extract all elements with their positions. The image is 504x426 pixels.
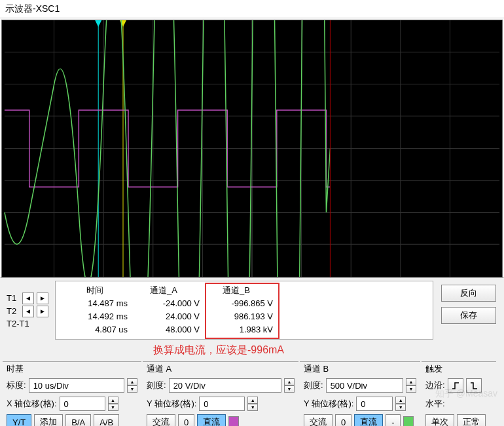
cha-scale-up[interactable]: ▲	[284, 378, 295, 385]
cha-scale[interactable]: 20 V/Div	[169, 378, 281, 393]
readout-table: 时间 通道_A 通道_B 14.487 ms -24.000 V -996.86…	[55, 281, 433, 340]
cursor-t2-row: T2 ◄ ►	[7, 306, 48, 317]
mode-yt-btn[interactable]: Y/T	[7, 414, 31, 426]
chb-ypos-label: Y 轴位移(格):	[304, 398, 353, 410]
user-annotation: 换算成电流，应该是-996mA	[153, 344, 501, 357]
scale-label: 标度:	[7, 380, 26, 391]
window-title: 示波器-XSC1	[5, 3, 60, 15]
cursor-panel: T1 ◄ ► T2 ◄ ► T2-T1 时间 通道_A 通道_B 14.487 …	[3, 281, 501, 340]
chb-color-indicator[interactable]	[403, 416, 414, 426]
t1-left-btn[interactable]: ◄	[22, 293, 34, 304]
trigger-title: 触发	[425, 363, 492, 375]
trigger-group: 触发 边沿: 水平: 单次 正常	[422, 361, 496, 426]
cha-ypos-label: Y 轴位移(格):	[147, 398, 196, 410]
chb-scale[interactable]: 500 V/Div	[326, 378, 403, 393]
head-time: 时间	[62, 284, 128, 297]
chb-title: 通道 B	[304, 363, 416, 375]
timebase-title: 时基	[7, 363, 137, 375]
xpos-input[interactable]	[60, 397, 105, 411]
normal-btn[interactable]: 正常	[457, 414, 486, 426]
chb-ypos-up[interactable]: ▲	[395, 397, 406, 404]
t2-label: T2	[7, 306, 20, 316]
chb-scale-label: 刻度:	[304, 380, 323, 391]
head-chb: 通道_B	[200, 284, 278, 297]
single-btn[interactable]: 单次	[425, 414, 454, 426]
xpos-down[interactable]: ▼	[108, 404, 118, 411]
timebase-scale-down[interactable]: ▼	[127, 385, 137, 393]
scope-display	[1, 20, 503, 277]
t2t1-label: T2-T1	[7, 319, 33, 328]
chb-minus-btn[interactable]: -	[386, 414, 400, 426]
cha-color-indicator[interactable]	[228, 416, 239, 426]
controls-row: 时基 标度: 10 us/Div ▲ ▼ X 轴位移(格): ▲ ▼ Y/T 添	[3, 361, 501, 426]
rising-edge-icon	[452, 382, 459, 389]
mode-ba-btn[interactable]: B/A	[65, 414, 91, 426]
cha-dc-btn[interactable]: 直流	[197, 414, 226, 426]
cha-ypos-input[interactable]	[199, 397, 245, 411]
cha-scale-down[interactable]: ▼	[284, 385, 295, 393]
cha-zero-btn[interactable]: 0	[178, 414, 194, 426]
cha-ypos-down[interactable]: ▼	[247, 404, 258, 411]
chb-dc-btn[interactable]: 直流	[354, 414, 383, 426]
reverse-button[interactable]: 反向	[441, 285, 496, 302]
cha-ac-btn[interactable]: 交流	[147, 414, 175, 426]
rising-edge-btn[interactable]	[448, 378, 463, 393]
title-bar: 示波器-XSC1	[0, 0, 504, 18]
timebase-scale[interactable]: 10 us/Div	[29, 378, 124, 393]
cursor-diff-row: T2-T1	[7, 319, 48, 328]
mode-ab-btn[interactable]: A/B	[94, 414, 119, 426]
cursor-selectors: T1 ◄ ► T2 ◄ ► T2-T1	[3, 281, 52, 340]
t1-label: T1	[7, 293, 20, 303]
cursor-t1-row: T1 ◄ ►	[7, 293, 48, 304]
chb-scale-up[interactable]: ▲	[406, 378, 416, 385]
timebase-scale-up[interactable]: ▲	[127, 378, 137, 385]
cha-ypos-up[interactable]: ▲	[247, 397, 258, 404]
t2-right-btn[interactable]: ►	[37, 306, 48, 317]
level-label: 水平:	[425, 398, 445, 410]
edge-label: 边沿:	[425, 380, 445, 391]
xpos-label: X 轴位移(格):	[7, 398, 57, 410]
chb-scale-down[interactable]: ▼	[406, 385, 416, 393]
waveform-svg	[2, 20, 502, 277]
chb-ypos-input[interactable]	[356, 397, 393, 411]
head-cha: 通道_A	[128, 284, 200, 297]
readout-row-t2: 14.492 ms 24.000 V 986.193 V	[62, 310, 426, 323]
timebase-group: 时基 标度: 10 us/Div ▲ ▼ X 轴位移(格): ▲ ▼ Y/T 添	[3, 361, 141, 426]
chb-ac-btn[interactable]: 交流	[304, 414, 333, 426]
falling-edge-btn[interactable]	[466, 378, 482, 393]
falling-edge-icon	[470, 382, 478, 389]
side-buttons: 反向 保存	[436, 281, 501, 340]
chb-ypos-down[interactable]: ▼	[395, 404, 406, 411]
readout-row-t1: 14.487 ms -24.000 V -996.865 V	[62, 297, 426, 310]
cha-title: 通道 A	[147, 363, 295, 375]
t1-right-btn[interactable]: ►	[37, 293, 48, 304]
save-button[interactable]: 保存	[441, 307, 496, 324]
mode-add-btn[interactable]: 添加	[34, 414, 63, 426]
cha-scale-label: 刻度:	[147, 380, 166, 391]
channel-a-group: 通道 A 刻度: 20 V/Div ▲ ▼ Y 轴位移(格): ▲ ▼ 交流	[143, 361, 298, 426]
t2-left-btn[interactable]: ◄	[22, 306, 34, 317]
readout-row-diff: 4.807 us 48.000 V 1.983 kV	[62, 323, 426, 336]
readout-header: 时间 通道_A 通道_B	[62, 284, 426, 297]
lower-panel: T1 ◄ ► T2 ◄ ► T2-T1 时间 通道_A 通道_B 14.487 …	[0, 277, 504, 426]
chb-zero-btn[interactable]: 0	[335, 414, 351, 426]
xpos-up[interactable]: ▲	[108, 397, 118, 404]
channel-b-group: 通道 B 刻度: 500 V/Div ▲ ▼ Y 轴位移(格): ▲ ▼ 交流	[300, 361, 420, 426]
